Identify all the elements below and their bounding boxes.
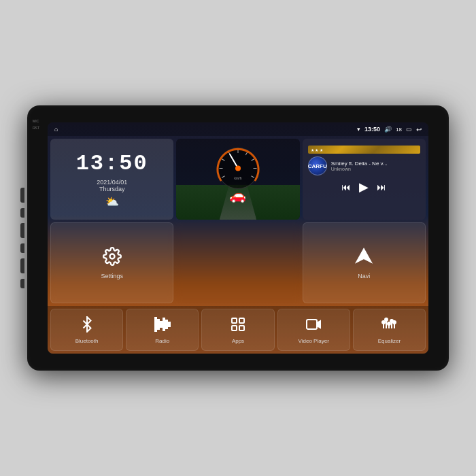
status-left: ⌂ xyxy=(54,126,58,133)
music-logo: CARFU xyxy=(308,156,327,175)
app-bar: Bluetooth Radio xyxy=(48,306,428,354)
music-text: Smiley ft. Delia - Ne v... Unknown xyxy=(331,160,420,171)
radio-icon xyxy=(154,316,171,336)
music-artist: Unknown xyxy=(331,167,420,171)
screen: ⌂ ▾ 13:50 🔊 18 ▭ ↩ 13:50 2021/04/01 Thur… xyxy=(48,122,428,354)
wifi-icon: ▾ xyxy=(357,126,360,133)
clock-date: 2021/04/01 xyxy=(97,179,127,186)
svg-rect-20 xyxy=(169,322,170,326)
svg-rect-21 xyxy=(232,318,237,323)
next-button[interactable]: ⏭ xyxy=(377,182,386,192)
svg-rect-25 xyxy=(307,320,317,329)
bluetooth-label: Bluetooth xyxy=(75,338,99,344)
equalizer-label: Equalizer xyxy=(378,338,401,344)
navi-label: Navi xyxy=(358,273,370,279)
side-button-6[interactable] xyxy=(20,279,24,288)
side-button-3[interactable] xyxy=(20,223,24,238)
svg-point-32 xyxy=(382,321,385,324)
app-item-bluetooth[interactable]: Bluetooth xyxy=(50,309,123,351)
rst-label: RST xyxy=(33,126,39,130)
settings-label: Settings xyxy=(101,273,123,279)
home-icon[interactable]: ⌂ xyxy=(54,126,58,133)
svg-rect-15 xyxy=(155,318,156,331)
app-item-apps[interactable]: Apps xyxy=(201,309,274,351)
car-head-unit: MIC RST ⌂ ▾ 13:50 🔊 18 ▭ ↩ 13:50 2021/04… xyxy=(27,105,449,371)
mic-label: MIC xyxy=(33,119,39,123)
music-ribbon: ★ ★ ★ xyxy=(308,146,420,154)
svg-point-11 xyxy=(235,166,241,171)
svg-rect-19 xyxy=(166,320,167,328)
music-widget: ★ ★ ★ CARFU Smiley ft. Delia - Ne v... U… xyxy=(303,139,426,220)
svg-rect-22 xyxy=(239,318,244,323)
back-icon[interactable]: ↩ xyxy=(416,126,422,133)
status-right: ▾ 13:50 🔊 18 ▭ ↩ xyxy=(357,126,422,133)
road-view-extension xyxy=(176,222,299,303)
svg-point-34 xyxy=(388,322,390,325)
svg-text:km/h: km/h xyxy=(235,176,242,180)
svg-point-33 xyxy=(385,318,388,321)
svg-marker-26 xyxy=(317,321,320,328)
music-controls: ⏮ ▶ ⏭ xyxy=(308,180,420,194)
music-info: CARFU Smiley ft. Delia - Ne v... Unknown xyxy=(308,156,420,175)
play-button[interactable]: ▶ xyxy=(359,180,369,194)
prev-button[interactable]: ⏮ xyxy=(341,182,351,192)
weather-icon: ⛅ xyxy=(105,195,119,208)
side-button-2[interactable] xyxy=(20,208,24,218)
battery-icon: ▭ xyxy=(406,126,412,133)
navi-icon xyxy=(354,247,373,270)
svg-point-36 xyxy=(393,321,396,324)
app-item-equalizer[interactable]: Equalizer xyxy=(353,309,426,351)
svg-rect-24 xyxy=(239,326,244,330)
clock-weather: ⛅ xyxy=(105,195,119,208)
app-item-radio[interactable]: Radio xyxy=(126,309,199,351)
music-title: Smiley ft. Delia - Ne v... xyxy=(331,160,420,167)
side-button-5[interactable] xyxy=(20,258,24,273)
svg-marker-14 xyxy=(356,248,372,262)
gauge-svg: km/h xyxy=(212,143,263,194)
main-content: 13:50 2021/04/01 Thursday ⛅ 🚗 xyxy=(48,136,428,306)
settings-icon xyxy=(103,247,122,270)
volume-level: 18 xyxy=(396,126,402,133)
apps-label: Apps xyxy=(232,338,244,344)
apps-icon xyxy=(230,316,246,336)
clock-time: 13:50 xyxy=(76,151,148,176)
side-button-4[interactable] xyxy=(20,243,24,253)
speedometer-widget: 🚗 xyxy=(176,139,299,220)
equalizer-icon xyxy=(381,316,397,336)
video-icon xyxy=(305,316,322,336)
svg-point-13 xyxy=(109,254,114,258)
clock-day: Thursday xyxy=(99,186,125,192)
status-time: 13:50 xyxy=(364,126,380,133)
radio-label: Radio xyxy=(155,338,169,344)
clock-widget: 13:50 2021/04/01 Thursday ⛅ xyxy=(50,139,173,220)
svg-rect-17 xyxy=(160,322,162,327)
side-button-1[interactable] xyxy=(20,188,24,203)
navi-widget[interactable]: Navi xyxy=(303,222,426,303)
svg-rect-16 xyxy=(158,320,159,329)
svg-rect-18 xyxy=(163,318,165,330)
svg-rect-23 xyxy=(232,326,237,330)
ribbon-decoration: ★ ★ ★ xyxy=(311,148,323,152)
bluetooth-icon xyxy=(79,316,95,336)
side-buttons xyxy=(20,188,24,288)
sound-icon: 🔊 xyxy=(384,126,392,133)
status-bar: ⌂ ▾ 13:50 🔊 18 ▭ ↩ xyxy=(48,122,428,136)
settings-widget[interactable]: Settings xyxy=(50,222,173,303)
app-item-video[interactable]: Video Player xyxy=(277,309,350,351)
video-label: Video Player xyxy=(299,338,329,344)
